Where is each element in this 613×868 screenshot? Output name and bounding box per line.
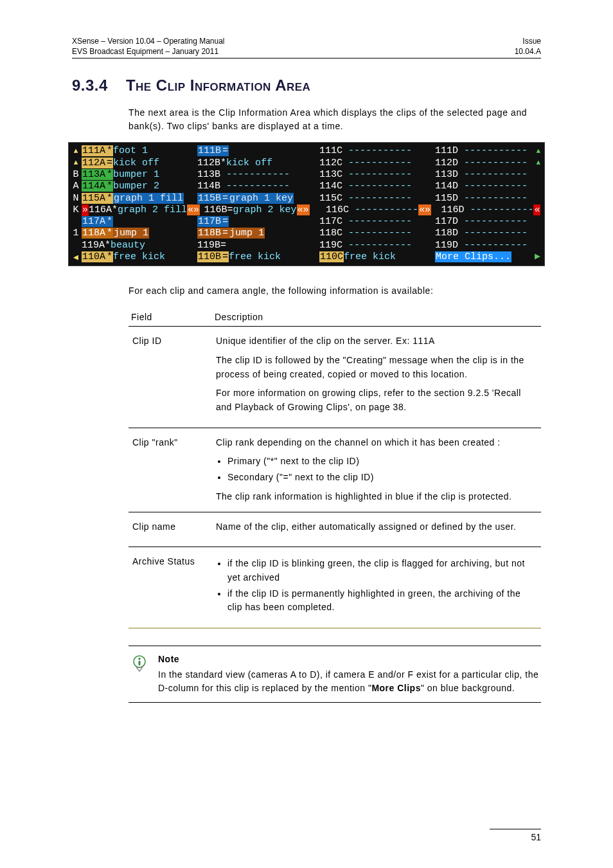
clip-cell-B[interactable]: 116B=graph 2 key«» bbox=[204, 204, 325, 216]
clip-cell-C[interactable]: 118C ----------- bbox=[319, 228, 435, 239]
row-gutter-icon: B bbox=[70, 169, 82, 181]
clip-cell-A[interactable]: 116A*graph 2 fill«» bbox=[89, 204, 204, 216]
clip-cell-C[interactable]: 119C ----------- bbox=[319, 240, 435, 251]
clip-id: 111B bbox=[197, 145, 222, 156]
description-paragraph: Clip rank depending on the channel on wh… bbox=[216, 436, 537, 450]
clip-cell-C[interactable]: 115C ----------- bbox=[319, 193, 435, 204]
header-right: Issue 10.04.A bbox=[515, 36, 541, 57]
clip-id: 116D bbox=[441, 204, 464, 215]
section-number: 9.3.4 bbox=[72, 77, 108, 95]
empty-dashes: ----------- bbox=[458, 216, 528, 227]
clip-id: 113B bbox=[197, 169, 220, 180]
clip-cell-D[interactable]: 117D ----------- bbox=[435, 216, 540, 228]
clip-cell-A[interactable]: 113A*bumper 1 bbox=[82, 169, 197, 181]
clip-cell-D[interactable]: 111D ----------- bbox=[435, 145, 529, 157]
clip-name: beauty bbox=[111, 240, 145, 251]
empty-dashes: ----------- bbox=[458, 193, 528, 204]
clip-name: graph 2 key bbox=[233, 204, 296, 215]
page-footer: 51 bbox=[72, 829, 541, 842]
clip-cell-D[interactable]: 113D ----------- bbox=[435, 169, 540, 181]
note-box: Note In the standard view (cameras A to … bbox=[129, 646, 541, 703]
clip-cell-B[interactable]: 112B*kick off bbox=[197, 158, 319, 169]
row-nav-icon[interactable]: ▲ bbox=[529, 145, 540, 157]
more-clips-label[interactable]: More Clips... bbox=[435, 251, 511, 262]
row-gutter-icon: ◀ bbox=[70, 251, 82, 263]
clip-name: graph 1 fill bbox=[113, 193, 184, 204]
row-nav-icon[interactable]: ▲ bbox=[529, 158, 540, 169]
clip-rank: * bbox=[106, 228, 113, 239]
svg-rect-2 bbox=[139, 660, 141, 665]
intro-paragraph-2: For each clip and camera angle, the foll… bbox=[129, 284, 541, 298]
section-heading: 9.3.4 The Clip Information Area bbox=[72, 77, 541, 95]
section-title: The Clip Information Area bbox=[126, 77, 311, 95]
row-marker-icon: » bbox=[82, 204, 89, 216]
clip-cell-A[interactable]: 110A*free kick bbox=[82, 251, 197, 263]
clip-cell-A[interactable]: 118A*jump 1 bbox=[82, 228, 197, 239]
clip-marker-icon: «» bbox=[418, 204, 431, 215]
row-gutter-icon: K bbox=[70, 204, 82, 216]
clip-id: 114A bbox=[82, 181, 106, 192]
clip-cell-D[interactable]: 114D ----------- bbox=[435, 181, 540, 192]
clip-row: B113A*bumper 1113B -----------113C -----… bbox=[70, 169, 540, 181]
clip-id: 115B bbox=[197, 193, 222, 204]
clip-rank: * bbox=[112, 204, 118, 215]
clip-rank: * bbox=[106, 169, 113, 180]
clip-cell-D[interactable]: 115D ----------- bbox=[435, 193, 540, 204]
clip-cell-D[interactable]: More Clips... bbox=[435, 251, 529, 263]
clip-cell-D[interactable]: 116D -----------« bbox=[441, 204, 540, 216]
clip-cell-B[interactable]: 113B ----------- bbox=[197, 169, 319, 181]
clip-rank: = bbox=[106, 158, 113, 168]
field-description: Clip rank depending on the channel on wh… bbox=[212, 428, 541, 512]
field-name: Clip ID bbox=[129, 327, 212, 428]
clip-id: 111A bbox=[82, 145, 106, 156]
clip-cell-A[interactable]: 117A* bbox=[82, 216, 197, 228]
clip-cell-B[interactable]: 114B ----------- bbox=[197, 181, 319, 192]
description-paragraph: The clip ID is followed by the "Creating… bbox=[216, 354, 537, 381]
clip-cell-D[interactable]: 118D ----------- bbox=[435, 228, 540, 239]
empty-dashes: ----------- bbox=[220, 181, 290, 192]
clip-cell-C[interactable]: 113C ----------- bbox=[319, 169, 435, 181]
clip-cell-C[interactable]: 114C ----------- bbox=[319, 181, 435, 192]
table-row: Clip IDUnique identifier of the clip on … bbox=[129, 327, 541, 428]
clip-cell-A[interactable]: 115A*graph 1 fill bbox=[82, 193, 197, 204]
clip-cell-D[interactable]: 112D ----------- bbox=[435, 158, 529, 169]
clip-cell-A[interactable]: 111A*foot 1 bbox=[82, 145, 197, 157]
clip-rank: = bbox=[222, 145, 229, 156]
clip-cell-B[interactable]: 111B= bbox=[197, 145, 319, 157]
clip-marker-icon: « bbox=[533, 204, 540, 215]
clip-id: 117C bbox=[319, 216, 342, 227]
description-paragraph: For more information on growing clips, r… bbox=[216, 386, 537, 414]
clip-name: jump 1 bbox=[113, 228, 149, 239]
clip-cell-C[interactable]: 112C ----------- bbox=[319, 158, 435, 169]
clip-row: K»116A*graph 2 fill«»116B=graph 2 key«»1… bbox=[70, 204, 540, 216]
note-icon bbox=[129, 653, 150, 696]
clip-cell-A[interactable]: 114A*bumper 2 bbox=[82, 181, 197, 192]
clip-cell-B[interactable]: 119B= bbox=[197, 240, 319, 251]
clip-rank: = bbox=[220, 240, 226, 251]
clip-name: kick off bbox=[113, 158, 159, 168]
clip-cell-C[interactable]: 116C -----------«» bbox=[326, 204, 441, 216]
list-item: if the clip ID is blinking green, the cl… bbox=[227, 557, 537, 584]
bullet-list: Primary ("*" next to the clip ID)Seconda… bbox=[216, 455, 537, 484]
clip-cell-C[interactable]: 111C ----------- bbox=[319, 145, 435, 157]
row-nav-icon[interactable]: ▶ bbox=[529, 251, 540, 263]
clip-id: 116B bbox=[204, 204, 227, 215]
clip-rank: * bbox=[106, 193, 113, 204]
clip-cell-B[interactable]: 115B=graph 1 key bbox=[197, 193, 319, 204]
clip-name: jump 1 bbox=[229, 228, 265, 239]
clip-cell-A[interactable]: 112A=kick off bbox=[82, 158, 197, 169]
field-name: Archive Status bbox=[129, 547, 212, 628]
fields-table: Field Description Clip IDUnique identifi… bbox=[129, 307, 541, 628]
clip-cell-A[interactable]: 119A*beauty bbox=[82, 240, 197, 251]
clip-cell-C[interactable]: 117C ----------- bbox=[319, 216, 435, 228]
clip-cell-C[interactable]: 110Cfree kick bbox=[319, 251, 435, 263]
clip-row: ◀110A*free kick110B=free kick110Cfree ki… bbox=[70, 251, 540, 263]
clip-row: A114A*bumper 2114B -----------114C -----… bbox=[70, 181, 540, 192]
clip-cell-D[interactable]: 119D ----------- bbox=[435, 240, 540, 251]
empty-dashes: ----------- bbox=[458, 228, 528, 239]
clip-cell-B[interactable]: 110B=free kick bbox=[197, 251, 319, 263]
clip-id: 118C bbox=[319, 228, 342, 239]
clip-cell-B[interactable]: 118B=jump 1 bbox=[197, 228, 319, 239]
clip-rank: * bbox=[106, 216, 113, 227]
clip-cell-B[interactable]: 117B= bbox=[197, 216, 319, 228]
